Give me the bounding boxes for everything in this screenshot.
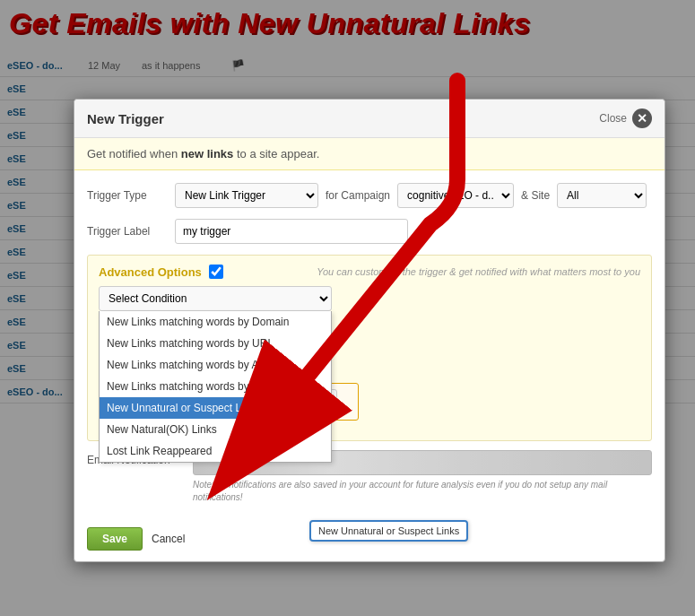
modal-title: New Trigger: [87, 111, 164, 126]
dropdown-item-1[interactable]: New Links matching words by URL: [100, 333, 331, 354]
dropdown-item-6[interactable]: Lost Link Reappeared: [100, 440, 331, 462]
advanced-options-header: Advanced Options You can customize the t…: [99, 265, 640, 279]
condition-select[interactable]: Select Condition: [99, 286, 332, 311]
modal-close-area: Close ✕: [599, 108, 652, 128]
save-button[interactable]: Save: [87, 527, 143, 551]
tooltip-text: New Unnatural or Suspect Links: [318, 525, 459, 536]
advanced-options-title: Advanced Options: [99, 265, 202, 279]
modal-body: Trigger Type New Link Trigger Lost Link …: [74, 170, 665, 520]
trigger-type-label: Trigger Type: [87, 189, 168, 202]
info-text-before: Get notified when: [87, 147, 181, 161]
tooltip-bubble: New Unnatural or Suspect Links: [309, 520, 468, 542]
close-label: Close: [599, 112, 627, 125]
dropdown-item-2[interactable]: New Links matching words by Anchor...: [100, 354, 331, 376]
modal-header: New Trigger Close ✕: [74, 100, 665, 138]
site-label: & Site: [521, 189, 550, 202]
trigger-label-label: Trigger Label: [87, 225, 168, 238]
trigger-type-select[interactable]: New Link Trigger Lost Link Trigger New U…: [175, 183, 318, 208]
dropdown-item-5[interactable]: New Natural(OK) Links: [100, 419, 331, 440]
advanced-options-checkbox[interactable]: [209, 265, 223, 279]
trigger-label-row: Trigger Label: [87, 219, 652, 244]
for-campaign-label: for Campaign: [326, 189, 390, 202]
trigger-label-input[interactable]: [175, 219, 408, 244]
info-text-bold: new links: [181, 147, 234, 161]
dropdown-item-4[interactable]: New Unnatural or Suspect Links: [100, 397, 331, 419]
info-banner: Get notified when new links to a site ap…: [74, 138, 665, 170]
site-select[interactable]: All Site 1: [557, 183, 647, 208]
dropdown-item-0[interactable]: New Links matching words by Domain: [100, 311, 331, 333]
info-text-after: to a site appear.: [233, 147, 319, 161]
trigger-type-row: Trigger Type New Link Trigger Lost Link …: [87, 183, 652, 208]
condition-dropdown-list: New Links matching words by Domain New L…: [99, 311, 332, 463]
new-trigger-modal: New Trigger Close ✕ Get notified when ne…: [74, 99, 665, 562]
condition-dropdown-container: Select Condition New Links matching word…: [99, 286, 332, 311]
cancel-link[interactable]: Cancel: [152, 533, 185, 545]
advanced-options-hint: You can customize the trigger & get noti…: [317, 266, 640, 277]
email-note: Note: All notifications are also saved i…: [193, 479, 652, 504]
campaign-select[interactable]: cognitiveSEO - d... Campaign 2: [397, 183, 514, 208]
close-button[interactable]: ✕: [632, 108, 652, 128]
dropdown-item-3[interactable]: New Links matching words by URL & Ancho.…: [100, 376, 331, 397]
advanced-options-section: Advanced Options You can customize the t…: [87, 255, 652, 441]
